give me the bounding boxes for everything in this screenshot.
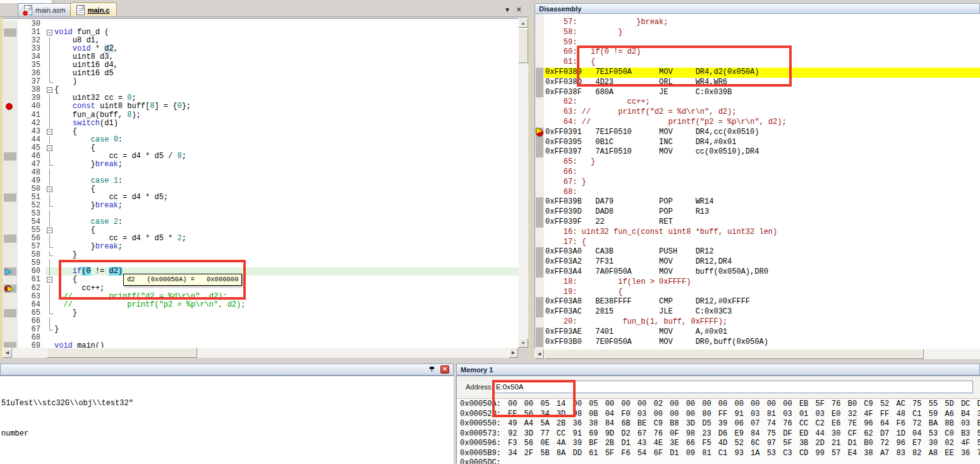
breakpoint-margin[interactable]: [3, 226, 18, 235]
breakpoint-icon[interactable]: [6, 103, 13, 110]
fold-column[interactable]: [45, 161, 54, 169]
fold-column[interactable]: [45, 326, 54, 334]
fold-column[interactable]: [45, 94, 54, 102]
breakpoint-margin[interactable]: [3, 193, 18, 202]
scroll-left-icon[interactable]: ◀: [535, 349, 544, 359]
breakpoint-margin[interactable]: [3, 136, 18, 144]
breakpoint-margin[interactable]: [3, 28, 18, 37]
breakpoint-margin[interactable]: [3, 111, 18, 119]
disassembly-header[interactable]: Disassembly: [535, 3, 980, 14]
breakpoint-margin[interactable]: [3, 78, 18, 86]
fold-column[interactable]: [45, 202, 54, 210]
fold-column[interactable]: [45, 53, 54, 61]
breakpoint-margin[interactable]: ▶: [3, 267, 18, 276]
breakpoint-margin[interactable]: [3, 293, 18, 301]
fold-column[interactable]: [45, 309, 54, 317]
breakpoint-margin[interactable]: [3, 202, 18, 210]
breakpoint-margin[interactable]: [3, 169, 18, 177]
fold-column[interactable]: [45, 267, 54, 276]
console-close-button[interactable]: ✕: [440, 365, 449, 374]
fold-column[interactable]: [45, 218, 54, 226]
fold-column[interactable]: [45, 193, 54, 202]
breakpoint-margin[interactable]: [3, 86, 18, 94]
fold-column[interactable]: [45, 251, 54, 259]
breakpoint-margin[interactable]: [3, 144, 18, 152]
editor-hscrollbar[interactable]: ◀ ▶: [3, 348, 518, 358]
fold-column[interactable]: [45, 20, 54, 28]
scroll-up-icon[interactable]: ▲: [518, 18, 528, 28]
hscroll-thumb[interactable]: [47, 348, 197, 358]
breakpoint-margin[interactable]: [3, 210, 18, 218]
fold-column[interactable]: [45, 259, 54, 267]
breakpoint-margin[interactable]: [3, 45, 18, 53]
fold-column[interactable]: −: [45, 28, 54, 37]
breakpoint-margin[interactable]: [3, 243, 18, 251]
fold-column[interactable]: [45, 61, 54, 70]
breakpoint-margin[interactable]: [3, 185, 18, 193]
fold-column[interactable]: [45, 177, 54, 185]
fold-column[interactable]: [45, 45, 54, 53]
fold-column[interactable]: [45, 301, 54, 309]
breakpoint-margin[interactable]: [3, 235, 18, 243]
fold-column[interactable]: [45, 37, 54, 45]
fold-column[interactable]: [45, 136, 54, 144]
fold-column[interactable]: [45, 70, 54, 78]
breakpoint-margin[interactable]: [3, 259, 18, 267]
breakpoint-margin[interactable]: [3, 326, 18, 334]
breakpoint-margin[interactable]: [3, 20, 18, 28]
fold-column[interactable]: [45, 293, 54, 301]
fold-column[interactable]: −: [45, 226, 54, 235]
tab-close-icon[interactable]: ✕: [513, 4, 524, 15]
fold-column[interactable]: [45, 334, 54, 342]
console-header[interactable]: ✕: [0, 363, 454, 375]
breakpoint-margin[interactable]: ▶: [3, 284, 18, 293]
breakpoint-margin[interactable]: [3, 61, 18, 70]
fold-column[interactable]: −: [45, 86, 54, 94]
fold-column[interactable]: [45, 102, 54, 111]
breakpoint-margin[interactable]: [3, 276, 18, 284]
fold-column[interactable]: [45, 111, 54, 119]
vscroll-thumb[interactable]: [518, 28, 528, 63]
fold-column[interactable]: [45, 235, 54, 243]
fold-column[interactable]: [45, 284, 54, 293]
fold-column[interactable]: [45, 317, 54, 326]
fold-column[interactable]: [45, 243, 54, 251]
console-panel[interactable]: 51uTest\\stc32G\\obj\\test32"number ∧: [0, 375, 454, 464]
auto-hide-pin-icon[interactable]: [428, 366, 435, 373]
fold-column[interactable]: [45, 169, 54, 177]
fold-column[interactable]: −: [45, 144, 54, 152]
scroll-down-icon[interactable]: ▼: [518, 338, 528, 348]
breakpoint-margin[interactable]: [3, 128, 18, 136]
breakpoint-margin[interactable]: [3, 102, 18, 111]
breakpoint-margin[interactable]: [3, 94, 18, 102]
fold-column[interactable]: [45, 152, 54, 161]
memory-header[interactable]: Memory 1: [456, 363, 980, 375]
breakpoint-margin[interactable]: [3, 37, 18, 45]
breakpoint-margin[interactable]: [3, 152, 18, 161]
hscroll-thumb[interactable]: [545, 349, 924, 359]
breakpoint-margin[interactable]: [3, 251, 18, 259]
breakpoint-margin[interactable]: [3, 309, 18, 317]
fold-column[interactable]: [45, 78, 54, 86]
fold-column[interactable]: −: [45, 128, 54, 136]
breakpoint-margin[interactable]: [3, 70, 18, 78]
tab-main-asm[interactable]: main.asm: [18, 3, 73, 16]
fold-column[interactable]: [45, 119, 54, 128]
breakpoint-margin[interactable]: [3, 317, 18, 326]
fold-column[interactable]: [45, 210, 54, 218]
breakpoint-margin[interactable]: [3, 177, 18, 185]
tab-list-dropdown-icon[interactable]: ▼: [502, 4, 513, 15]
breakpoint-margin[interactable]: [3, 218, 18, 226]
scroll-left-icon[interactable]: ◀: [3, 348, 12, 358]
tab-main-c[interactable]: main.c: [70, 3, 117, 16]
fold-column[interactable]: −: [45, 276, 54, 284]
breakpoint-margin[interactable]: [3, 301, 18, 309]
fold-column[interactable]: −: [45, 185, 54, 193]
disassembly-gutter[interactable]: ▶: [535, 14, 544, 349]
breakpoint-margin[interactable]: [3, 334, 18, 342]
vertical-splitter[interactable]: [529, 0, 535, 359]
breakpoint-margin[interactable]: [3, 53, 18, 61]
disassembly-hscrollbar[interactable]: ◀: [535, 349, 980, 359]
breakpoint-margin[interactable]: [3, 119, 18, 128]
scroll-right-icon[interactable]: ▶: [509, 348, 518, 358]
